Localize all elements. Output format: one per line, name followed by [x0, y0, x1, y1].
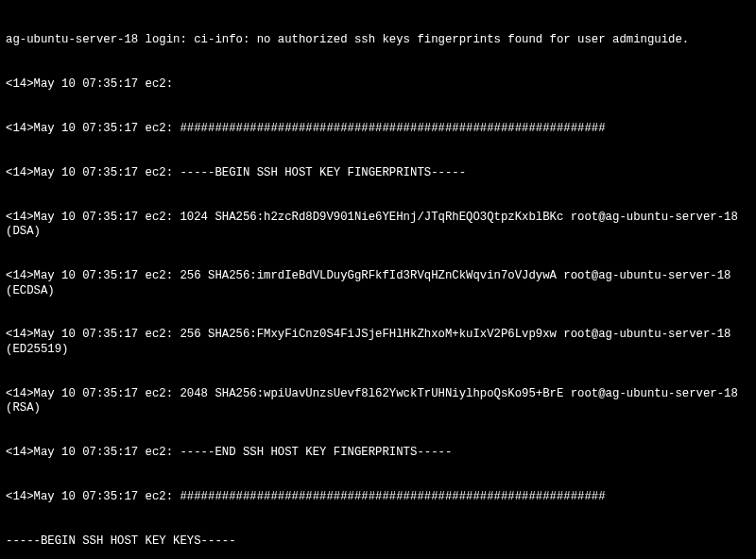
boot-line: <14>May 10 07:35:17 ec2: ###############… [6, 122, 750, 137]
terminal-output: ag-ubuntu-server-18 login: ci-info: no a… [0, 0, 756, 559]
boot-line: -----BEGIN SSH HOST KEY KEYS----- [6, 534, 750, 550]
boot-line: <14>May 10 07:35:17 ec2: [6, 77, 750, 93]
boot-line: <14>May 10 07:35:17 ec2: -----END SSH HO… [6, 446, 750, 461]
boot-line: <14>May 10 07:35:17 ec2: 1024 SHA256:h2z… [6, 211, 750, 240]
boot-line: <14>May 10 07:35:17 ec2: ###############… [6, 490, 750, 505]
boot-line: <14>May 10 07:35:17 ec2: 256 SHA256:FMxy… [6, 328, 750, 357]
boot-line: <14>May 10 07:35:17 ec2: 256 SHA256:imrd… [6, 269, 750, 298]
boot-line: ag-ubuntu-server-18 login: ci-info: no a… [6, 33, 750, 48]
boot-line: <14>May 10 07:35:17 ec2: 2048 SHA256:wpi… [6, 387, 750, 416]
boot-line: <14>May 10 07:35:17 ec2: -----BEGIN SSH … [6, 166, 750, 181]
